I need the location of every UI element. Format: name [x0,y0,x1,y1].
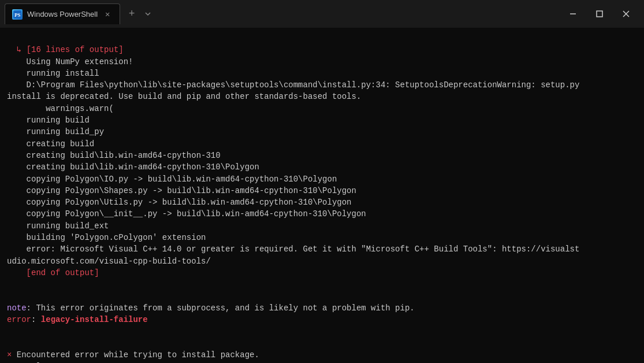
app-window: PS Windows PowerShell ✕ + [0,0,644,363]
tab-icon: PS [12,9,23,20]
titlebar-left: PS Windows PowerShell ✕ + [5,3,560,24]
output-footer: [end of output] [27,268,99,277]
close-button[interactable] [613,0,639,28]
output-header: [16 lines of output] [27,45,124,54]
new-tab-button[interactable]: + [122,5,141,23]
error-value: legacy-install-failure [41,315,148,324]
titlebar: PS Windows PowerShell ✕ + [0,0,644,28]
svg-text:PS: PS [14,12,21,18]
tab-dropdown-button[interactable] [141,5,155,23]
minimize-button[interactable] [560,0,586,28]
tab-close-button[interactable]: ✕ [102,9,113,20]
terminal-output[interactable]: ↳ [16 lines of output] Using NumPy exten… [0,28,644,363]
window-controls [560,0,639,28]
svg-rect-3 [597,11,602,17]
error-label: error [7,315,31,324]
note-label: note [7,303,27,313]
maximize-button[interactable] [586,0,613,28]
tab-title: Windows PowerShell [27,10,98,18]
active-tab[interactable]: PS Windows PowerShell ✕ [5,3,120,24]
arrow-icon: ↳ [7,45,27,54]
